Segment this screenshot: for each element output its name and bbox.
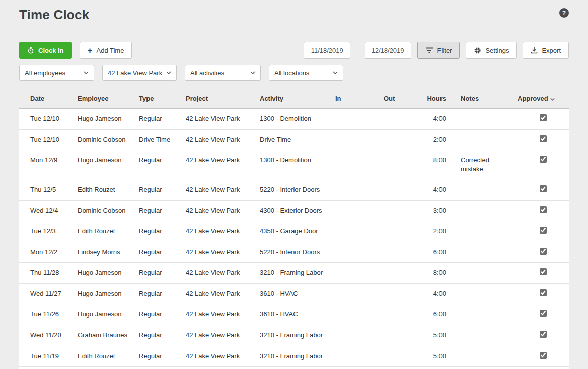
cell-notes	[450, 325, 518, 346]
settings-button[interactable]: Settings	[466, 42, 517, 59]
col-header-activity[interactable]: Activity	[260, 90, 335, 108]
cell-approved	[518, 325, 569, 346]
stopwatch-icon	[27, 47, 34, 54]
approved-checkbox[interactable]	[540, 248, 547, 255]
cell-hours: 4:00	[422, 108, 450, 129]
table-row: Wed 12/4 Dominic Cobson Regular 42 Lake …	[19, 200, 569, 221]
approved-checkbox[interactable]	[540, 135, 547, 142]
approved-checkbox[interactable]	[540, 289, 547, 296]
page-title: Time Clock	[19, 7, 89, 23]
cell-notes	[450, 367, 518, 369]
approved-checkbox[interactable]	[540, 114, 547, 121]
export-label: Export	[542, 47, 561, 54]
table-row: Mon 11/18 Dominic Cobson Regular 42 Lake…	[19, 367, 569, 369]
col-header-project[interactable]: Project	[186, 90, 260, 108]
cell-date: Tue 12/3	[19, 221, 78, 242]
cell-activity: 1300 - Demolition	[260, 108, 335, 129]
approved-checkbox[interactable]	[540, 156, 547, 163]
cell-employee: Edith Rouzet	[78, 221, 139, 242]
date-to-input[interactable]	[365, 42, 411, 59]
cell-hours: 3:00	[422, 200, 450, 221]
cell-out	[384, 283, 422, 304]
project-dropdown-value: 42 Lake View Park	[108, 69, 162, 77]
export-button[interactable]: Export	[523, 42, 569, 59]
cell-project: 42 Lake View Park	[186, 263, 260, 284]
approved-checkbox[interactable]	[540, 227, 547, 234]
col-header-notes[interactable]: Notes	[450, 90, 518, 108]
cell-date: Wed 11/20	[19, 325, 78, 346]
table-row: Tue 11/26 Hugo Jameson Regular 42 Lake V…	[19, 304, 569, 325]
cell-hours: 4:00	[422, 367, 450, 369]
locations-dropdown[interactable]: All locations	[269, 65, 343, 81]
cell-activity: 4350 - Garage Door	[260, 221, 335, 242]
chevron-down-icon	[250, 71, 255, 74]
cell-type: Regular	[139, 304, 186, 325]
help-icon[interactable]: ?	[559, 8, 569, 18]
approved-checkbox[interactable]	[540, 331, 547, 338]
clock-in-button[interactable]: Clock In	[19, 42, 72, 59]
table-row: Tue 12/10 Hugo Jameson Regular 42 Lake V…	[19, 108, 569, 129]
cell-notes	[450, 242, 518, 263]
cell-out	[384, 263, 422, 284]
cell-project: 42 Lake View Park	[186, 150, 260, 179]
table-row: Tue 11/19 Edith Rouzet Regular 42 Lake V…	[19, 346, 569, 367]
activities-dropdown-value: All activities	[190, 69, 224, 77]
cell-in	[335, 304, 384, 325]
add-time-button[interactable]: + Add Time	[80, 42, 132, 59]
activities-dropdown[interactable]: All activities	[185, 65, 261, 81]
approved-checkbox[interactable]	[540, 185, 547, 192]
cell-date: Mon 12/2	[19, 242, 78, 263]
col-header-approved[interactable]: Approved	[518, 90, 569, 108]
cell-notes: Corrected mistake	[450, 150, 518, 179]
cell-in	[335, 325, 384, 346]
col-header-date[interactable]: Date	[19, 90, 78, 108]
cell-type: Regular	[139, 200, 186, 221]
cell-type: Regular	[139, 263, 186, 284]
approved-checkbox[interactable]	[540, 206, 547, 213]
table-row: Thu 11/28 Hugo Jameson Regular 42 Lake V…	[19, 263, 569, 284]
sort-chevron-down-icon	[550, 98, 555, 101]
col-header-hours[interactable]: Hours	[422, 90, 450, 108]
cell-out	[384, 179, 422, 201]
approved-checkbox[interactable]	[540, 352, 547, 359]
cell-activity: 5220 - Interior Doors	[260, 179, 335, 201]
filter-label: Filter	[437, 47, 452, 54]
col-header-type[interactable]: Type	[139, 90, 186, 108]
cell-employee: Hugo Jameson	[78, 263, 139, 284]
cell-employee: Edith Rouzet	[78, 179, 139, 201]
cell-employee: Dominic Cobson	[78, 200, 139, 221]
cell-in	[335, 263, 384, 284]
cell-type: Regular	[139, 367, 186, 369]
approved-checkbox[interactable]	[540, 310, 547, 317]
cell-type: Regular	[139, 325, 186, 346]
col-header-employee[interactable]: Employee	[78, 90, 139, 108]
project-dropdown[interactable]: 42 Lake View Park	[102, 65, 177, 81]
col-header-in[interactable]: In	[335, 90, 384, 108]
filter-icon	[425, 47, 433, 53]
cell-employee: Hugo Jameson	[78, 283, 139, 304]
cell-hours: 6:00	[422, 304, 450, 325]
cell-date: Tue 11/26	[19, 304, 78, 325]
cell-approved	[518, 367, 569, 369]
col-header-out[interactable]: Out	[384, 90, 422, 108]
cell-type: Regular	[139, 108, 186, 129]
table-row: Tue 12/3 Edith Rouzet Regular 42 Lake Vi…	[19, 221, 569, 242]
cell-hours: 8:00	[422, 150, 450, 179]
cell-employee: Hugo Jameson	[78, 150, 139, 179]
cell-project: 42 Lake View Park	[186, 200, 260, 221]
date-from-input[interactable]	[304, 42, 350, 59]
cell-approved	[518, 179, 569, 201]
chevron-down-icon	[166, 71, 171, 74]
filter-button[interactable]: Filter	[417, 42, 460, 59]
cell-out	[384, 150, 422, 179]
cell-date: Tue 12/10	[19, 129, 78, 150]
cell-approved	[518, 242, 569, 263]
cell-hours: 2:00	[422, 221, 450, 242]
approved-checkbox[interactable]	[540, 268, 547, 275]
cell-project: 42 Lake View Park	[186, 346, 260, 367]
cell-in	[335, 129, 384, 150]
cell-in	[335, 242, 384, 263]
cell-approved	[518, 346, 569, 367]
cell-employee: Graham Braunes	[78, 325, 139, 346]
employees-dropdown[interactable]: All employees	[19, 65, 94, 81]
